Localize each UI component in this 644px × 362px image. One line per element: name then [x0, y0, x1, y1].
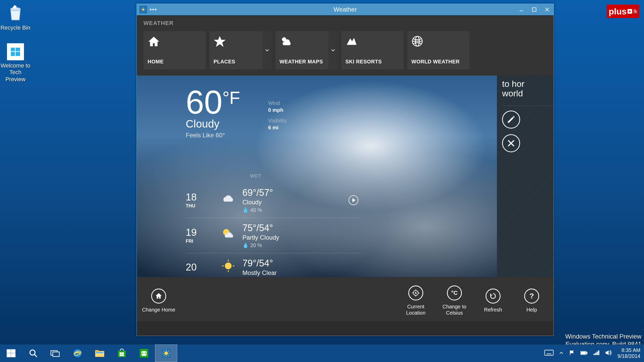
- svg-line-13: [145, 8, 145, 8]
- flag-icon[interactable]: [569, 350, 575, 357]
- forecast-date: 18: [186, 192, 214, 203]
- svg-rect-75: [594, 354, 595, 355]
- svg-rect-1: [11, 48, 15, 52]
- svg-line-10: [141, 8, 142, 8]
- wind-label: Wind: [268, 100, 287, 106]
- maximize-button[interactable]: [528, 4, 541, 15]
- windows-logo-icon: [7, 43, 24, 60]
- search-button[interactable]: [22, 344, 44, 362]
- nav-ski-resorts[interactable]: SKI RESORTS: [341, 31, 404, 69]
- nav-label-text: HOME: [148, 59, 202, 65]
- svg-rect-15: [532, 8, 536, 11]
- desktop-icon-label: Recycle Bin: [0, 24, 31, 31]
- close-button[interactable]: [541, 4, 554, 15]
- partly-cloudy-icon: [214, 228, 242, 243]
- svg-line-12: [141, 11, 142, 11]
- nav-places[interactable]: PLACES: [209, 31, 272, 69]
- target-icon: [408, 285, 423, 300]
- current-location-button[interactable]: Current Location: [396, 282, 435, 316]
- forecast-row[interactable]: 18THU 69°/57° Cloudy 💧 40 %: [186, 183, 361, 218]
- svg-point-5: [142, 9, 144, 11]
- tray-expand-icon[interactable]: [559, 350, 563, 356]
- volume-icon[interactable]: [605, 350, 612, 357]
- svg-rect-4: [15, 52, 20, 56]
- svg-rect-52: [120, 354, 122, 356]
- forecast-precip: 💧 40 %: [242, 207, 273, 213]
- desktop-icon-welcome[interactable]: Welcome to Tech Preview: [0, 43, 31, 83]
- sidepanel-headline: to hor world: [502, 79, 554, 98]
- titlebar[interactable]: ••• Weather: [137, 4, 554, 15]
- forecast-hilo: 69°/57°: [242, 187, 273, 198]
- svg-line-11: [145, 11, 145, 11]
- svg-rect-78: [598, 350, 599, 355]
- forecast-date: 20: [186, 262, 214, 273]
- nav-world-weather[interactable]: WORLD WEATHER: [407, 31, 470, 69]
- change-to-celsius-button[interactable]: °C Change to Celsius: [435, 282, 474, 316]
- forecast-day: FRI: [186, 239, 214, 244]
- recycle-bin-icon: [6, 3, 25, 22]
- keyboard-icon[interactable]: [544, 350, 554, 357]
- current-details: Wind 0 mph Visibility 6 mi: [268, 100, 287, 135]
- nav-weather-maps[interactable]: WEATHER MAPS: [275, 31, 338, 69]
- help-button[interactable]: ? Help: [512, 285, 551, 313]
- svg-point-56: [145, 353, 146, 354]
- svg-rect-50: [120, 352, 122, 354]
- edit-button[interactable]: [502, 111, 520, 129]
- refresh-button[interactable]: Refresh: [474, 285, 512, 313]
- forecast-hilo: 75°/54°: [242, 223, 279, 233]
- task-view-button[interactable]: [44, 344, 66, 362]
- side-panel[interactable]: to hor world: [497, 75, 554, 277]
- appbar-label: Refresh: [474, 307, 512, 313]
- taskbar-xbox[interactable]: [133, 344, 155, 362]
- start-button[interactable]: [0, 344, 22, 362]
- taskbar-explorer[interactable]: [89, 344, 111, 362]
- taskbar-weather[interactable]: [155, 344, 177, 362]
- system-clock[interactable]: 8:35 AM 9/18/2014: [617, 347, 640, 359]
- appbar-label: Help: [512, 307, 551, 313]
- svg-rect-48: [96, 352, 103, 353]
- svg-rect-74: [587, 352, 587, 353]
- minimize-button[interactable]: [515, 4, 528, 15]
- nav-label-text: WORLD WEATHER: [411, 59, 465, 65]
- desktop-icon-label: Welcome to Tech Preview: [0, 62, 31, 83]
- svg-rect-39: [11, 353, 15, 357]
- celsius-icon: °C: [447, 285, 462, 300]
- chevron-down-icon[interactable]: [328, 31, 338, 69]
- globe-icon: [411, 35, 465, 51]
- app-icon: [139, 6, 147, 13]
- feels-like: Feels Like 60°: [186, 132, 240, 139]
- clock-date: 9/18/2014: [617, 353, 640, 359]
- help-icon: ?: [524, 289, 539, 304]
- forecast-cond: Cloudy: [242, 199, 273, 206]
- svg-line-41: [34, 354, 37, 357]
- close-panel-button[interactable]: [502, 134, 520, 152]
- change-home-button[interactable]: Change Home: [139, 285, 178, 313]
- cloud-sun-icon: [279, 35, 325, 51]
- sun-icon: [214, 259, 242, 275]
- menu-dots-icon[interactable]: •••: [150, 6, 157, 13]
- forecast-row[interactable]: 19FRI 75°/54° Partly Cloudy 💧 20 %: [186, 218, 361, 253]
- weather-pane[interactable]: 60°F Cloudy Feels Like 60° Wind 0 mph Vi…: [137, 75, 497, 277]
- desktop-icon-recycle-bin[interactable]: Recycle Bin: [0, 3, 31, 31]
- forecast-date: 19: [186, 227, 214, 238]
- play-button[interactable]: [349, 195, 358, 205]
- battery-icon[interactable]: [580, 350, 588, 356]
- chevron-down-icon[interactable]: [262, 31, 272, 69]
- svg-rect-38: [7, 353, 11, 357]
- taskbar-ie[interactable]: [66, 344, 89, 362]
- svg-rect-67: [545, 350, 553, 355]
- svg-rect-37: [11, 349, 15, 353]
- svg-point-58: [164, 351, 168, 355]
- svg-rect-76: [595, 353, 596, 355]
- svg-point-55: [142, 353, 143, 354]
- svg-rect-36: [7, 349, 11, 353]
- taskbar[interactable]: 8:35 AM 9/18/2014: [0, 344, 644, 362]
- taskbar-store[interactable]: [111, 344, 133, 362]
- forecast-hilo: 79°/54°: [242, 258, 277, 269]
- nav-home[interactable]: HOME: [143, 31, 206, 69]
- svg-rect-47: [95, 350, 99, 352]
- svg-rect-43: [53, 352, 59, 357]
- svg-rect-2: [15, 48, 20, 52]
- network-icon[interactable]: [593, 350, 599, 357]
- forecast-row[interactable]: 20 79°/54° Mostly Clear: [186, 253, 361, 277]
